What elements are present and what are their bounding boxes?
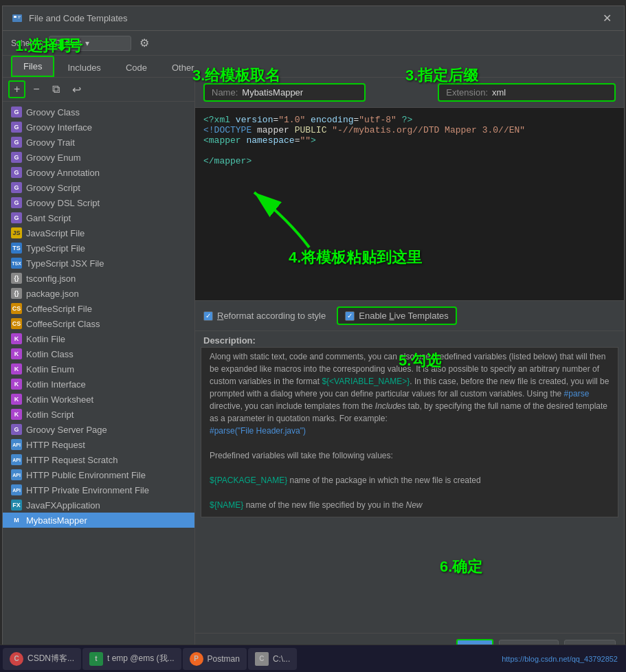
sidebar-item-typescript-jsx[interactable]: TSXTypeScript JSX File	[3, 256, 194, 271]
name-ext-bar: Name: Extension:	[195, 78, 624, 108]
http-request-label: HTTP Request	[26, 440, 85, 450]
sidebar-item-groovy-trait[interactable]: GGroovy Trait	[3, 135, 194, 150]
sidebar-item-http-request[interactable]: APIHTTP Request	[3, 437, 194, 452]
groovy-script-icon: G	[11, 182, 22, 193]
kotlin-enum-icon: K	[11, 363, 22, 374]
typescript-file-icon: TS	[11, 243, 22, 254]
desc-text3: directive, you can include templates fro…	[210, 401, 607, 423]
sidebar-item-typescript-file[interactable]: TSTypeScript File	[3, 240, 194, 256]
sidebar-item-groovy-enum[interactable]: GGroovy Enum	[3, 150, 194, 165]
reformat-label: Reformat according to style	[217, 311, 326, 321]
sidebar-item-kotlin-class[interactable]: KKotlin Class	[3, 346, 194, 361]
enable-live-templates-checkbox[interactable]: ✓	[345, 311, 355, 321]
javafx-application-icon: FX	[11, 500, 22, 511]
svg-rect-1	[14, 16, 16, 18]
tsconfig-json-icon: {}	[11, 273, 22, 284]
code-line-2: <!DOCTYPE mapper PUBLIC "-//mybatis.org/…	[203, 125, 616, 135]
sidebar-item-kotlin-worksheet[interactable]: KKotlin Worksheet	[3, 392, 194, 407]
desc-parse-example: #parse("File Header.java")	[210, 426, 306, 436]
http-public-env-label: HTTP Public Environment File	[26, 470, 146, 480]
groovy-dsl-script-label: Groovy DSL Script	[26, 198, 100, 208]
sidebar-item-kotlin-file[interactable]: KKotlin File	[3, 331, 194, 346]
sidebar-item-javascript-file[interactable]: JSJavaScript File	[3, 225, 194, 240]
close-button[interactable]: ✕	[599, 10, 616, 26]
name-field-container: Name:	[203, 83, 366, 102]
groovy-class-icon: G	[11, 107, 22, 117]
description-area: Description: Along with static text, cod…	[195, 331, 624, 633]
description-label: Description:	[195, 331, 624, 347]
desc-parse: #parse	[564, 389, 590, 399]
reformat-checkbox-item[interactable]: ✓ Reformat according to style	[203, 311, 326, 321]
taskbar: C CSDN博客... t t emp @ems (我... P Postman…	[0, 645, 626, 672]
add-template-button[interactable]: +	[8, 80, 25, 98]
desc-name-val: name of the new file specified by you in…	[243, 500, 422, 510]
extension-input[interactable]	[492, 87, 607, 98]
tsconfig-json-label: tsconfig.json	[26, 273, 76, 284]
sidebar-item-http-public-env[interactable]: APIHTTP Public Environment File	[3, 467, 194, 482]
sidebar-item-http-request-scratch[interactable]: APIHTTP Request Scratch	[3, 452, 194, 467]
taskbar-label-file: C:\...	[273, 654, 290, 664]
sidebar-item-groovy-dsl-script[interactable]: GGroovy DSL Script	[3, 195, 194, 210]
sidebar-item-javafx-application[interactable]: FXJavaFXApplication	[3, 497, 194, 513]
groovy-server-page-label: Groovy Server Page	[26, 425, 107, 435]
sidebar-item-kotlin-script[interactable]: KKotlin Script	[3, 407, 194, 422]
typescript-jsx-icon: TSX	[11, 258, 22, 269]
taskbar-label-csdn: CSDN博客...	[27, 653, 74, 664]
groovy-script-label: Groovy Script	[26, 183, 80, 193]
sidebar-item-groovy-annotation[interactable]: GGroovy Annotation	[3, 165, 194, 180]
sidebar-toolbar: + − ⧉ ↩	[3, 78, 194, 102]
taskbar-item-file[interactable]: C C:\...	[248, 648, 297, 670]
taskbar-icon-csdn: C	[10, 652, 23, 666]
copy-template-button[interactable]: ⧉	[47, 81, 65, 98]
sidebar-item-kotlin-enum[interactable]: KKotlin Enum	[3, 361, 194, 377]
groovy-dsl-script-icon: G	[11, 197, 22, 208]
sidebar-item-mybatis-mapper[interactable]: MMybatisMapper	[3, 513, 194, 528]
sidebar-item-groovy-class[interactable]: GGroovy Class	[3, 104, 194, 120]
taskbar-item-temp[interactable]: t t emp @ems (我...	[82, 648, 181, 670]
description-text: Along with static text, code and comment…	[201, 347, 618, 517]
sidebar-item-gant-script[interactable]: GGant Script	[3, 210, 194, 225]
tab-other[interactable]: Other	[160, 58, 206, 77]
code-editor[interactable]: <?xml version="1.0" encoding="utf-8" ?> …	[195, 108, 624, 300]
taskbar-item-csdn[interactable]: C CSDN博客...	[3, 648, 81, 670]
typescript-file-label: TypeScript File	[26, 243, 85, 254]
kotlin-class-label: Kotlin Class	[26, 349, 74, 359]
sidebar-item-kotlin-interface[interactable]: KKotlin Interface	[3, 377, 194, 392]
desc-variable-format: ${<VARIABLE_NAME>}	[322, 377, 410, 386]
sidebar-item-groovy-server-page[interactable]: GGroovy Server Page	[3, 422, 194, 437]
sidebar-item-package-json[interactable]: {}package.json	[3, 286, 194, 301]
undo-button[interactable]: ↩	[67, 81, 86, 98]
kotlin-worksheet-icon: K	[11, 394, 22, 405]
http-request-scratch-label: HTTP Request Scratch	[26, 455, 118, 465]
sidebar-item-groovy-script[interactable]: GGroovy Script	[3, 180, 194, 195]
javascript-file-label: JavaScript File	[26, 228, 85, 238]
sidebar-item-tsconfig-json[interactable]: {}tsconfig.json	[3, 271, 194, 286]
sidebar-item-coffeescript-file[interactable]: CSCoffeeScript File	[3, 301, 194, 316]
options-bar: ✓ Reformat according to style ✓ Enable L…	[195, 300, 624, 331]
name-input[interactable]	[242, 87, 357, 98]
kotlin-script-label: Kotlin Script	[26, 410, 74, 420]
sidebar-item-coffeescript-class[interactable]: CSCoffeeScript Class	[3, 316, 194, 331]
sidebar-item-http-private-env[interactable]: APIHTTP Private Environment File	[3, 482, 194, 497]
gear-button[interactable]: ⚙	[137, 35, 152, 51]
tab-includes[interactable]: Includes	[56, 58, 112, 77]
remove-template-button[interactable]: −	[28, 81, 44, 98]
tab-code[interactable]: Code	[114, 58, 159, 77]
reformat-checkbox[interactable]: ✓	[203, 311, 213, 321]
groovy-trait-icon: G	[11, 137, 22, 148]
title-bar: File and Code Templates ✕	[3, 6, 624, 31]
desc-package-name-val: name of the package in which the new fil…	[287, 475, 481, 485]
coffeescript-class-label: CoffeeScript Class	[26, 319, 100, 329]
tab-files[interactable]: Files	[11, 56, 54, 77]
gant-script-label: Gant Script	[26, 213, 71, 223]
scheme-dropdown[interactable]: Default ▾	[49, 36, 131, 51]
groovy-enum-icon: G	[11, 152, 22, 163]
taskbar-item-postman[interactable]: P Postman	[183, 648, 247, 670]
groovy-interface-icon: G	[11, 122, 22, 133]
http-private-env-icon: API	[11, 484, 22, 495]
kotlin-enum-label: Kotlin Enum	[26, 364, 74, 374]
mybatis-mapper-icon: M	[11, 515, 22, 526]
enable-live-templates-checkbox-item[interactable]: ✓ Enable Live Templates	[337, 306, 457, 325]
template-list: GGroovy ClassGGroovy InterfaceGGroovy Tr…	[3, 102, 194, 664]
sidebar-item-groovy-interface[interactable]: GGroovy Interface	[3, 120, 194, 135]
